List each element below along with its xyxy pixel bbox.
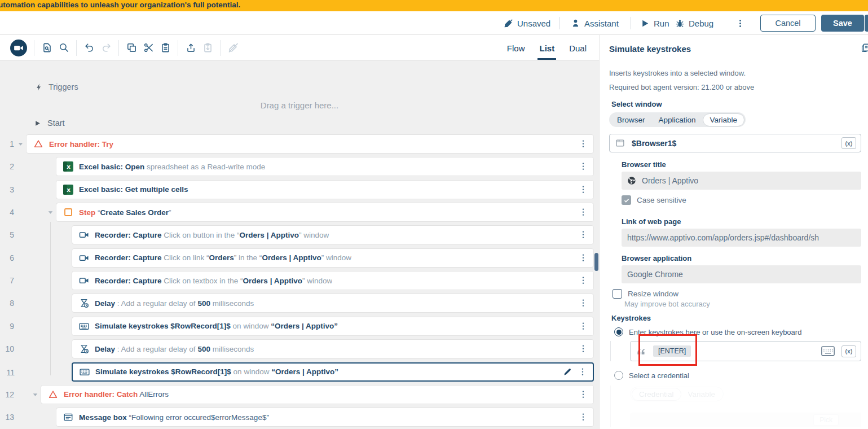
collapse-caret-icon[interactable] [47,209,54,216]
cancel-button[interactable]: Cancel [760,15,816,32]
step-row[interactable]: 2 x Excel basic: Open spreadsheet as a R… [56,157,594,176]
step-row[interactable]: 3 x Excel basic: Get multiple cells [56,180,594,199]
cut-button[interactable] [143,42,154,54]
step-text-segment: Simulate keystrokes [95,322,170,330]
recorder-icon [79,230,89,240]
save-dropdown-button[interactable]: ▾ [865,15,868,32]
excel-icon: x [63,185,73,195]
paste-button[interactable] [160,42,171,54]
step-row[interactable]: 10 Delay : Add a regular delay of 500 mi… [72,339,594,358]
step-text-segment: milliseconds [210,299,254,308]
svg-text:x: x [67,163,71,170]
collapse-caret-icon[interactable] [32,391,39,399]
tab-browser[interactable]: Browser [610,114,652,126]
row-menu-button[interactable] [579,185,588,195]
step-row[interactable]: 13 Message box “Following error occured$… [56,408,594,427]
onscreen-keyboard-icon[interactable] [821,346,835,356]
undo-button[interactable] [83,42,95,54]
copy-button[interactable] [126,42,137,54]
step-text-segment: Orders | Apptivo [243,277,302,285]
search-page-button[interactable] [41,42,52,54]
step-text-segment: Excel basic: Open [79,163,144,171]
window-variable-select[interactable]: $Browser1$ (x) [609,134,861,152]
svg-text:x: x [67,186,71,193]
case-sensitive-checkbox [622,195,631,205]
enter-key-token: [ENTER] [653,345,691,357]
step-text-segment: Excel basic: Get multiple cells [79,185,188,194]
window-icon [615,138,625,148]
triggers-header[interactable]: Triggers [35,82,78,91]
chrome-icon [627,176,636,185]
start-header[interactable]: Start [34,119,65,128]
window-variable-value: $Browser1$ [632,139,676,148]
toolbar-group [119,40,178,56]
step-row[interactable]: 1 Error handler: Try [26,134,594,154]
step-number: 10 [2,344,14,353]
copy-settings-icon[interactable] [861,43,868,53]
tab-dual[interactable]: Dual [569,35,587,61]
step-text-segment: Orders [209,253,234,262]
step-row[interactable]: 7 Recorder: Capture Click on textbox in … [72,271,594,290]
check-icon [623,197,630,204]
row-menu-button[interactable] [579,275,588,286]
edit-slash-button[interactable] [227,42,239,54]
keystrokes-option-label: Enter keystrokes here or use the on-scre… [629,328,801,336]
upload-button[interactable] [185,42,196,54]
tab-flow[interactable]: Flow [507,35,525,61]
credential-source-tabs: Credential Variable [630,387,724,401]
resize-window-checkbox[interactable] [613,289,622,299]
row-menu-button[interactable] [579,161,588,172]
row-menu-button[interactable] [579,230,588,240]
collapse-caret-icon[interactable] [17,141,24,148]
row-menu-button[interactable] [578,367,587,377]
step-text-segment: : Add a regular delay of [115,345,197,353]
list-scrollbar-thumb[interactable] [594,253,598,271]
play-icon [34,120,41,127]
step-text-segment: Step [79,208,98,217]
step-text-segment: Error handler: Try [49,140,113,148]
step-row[interactable]: 11 Simulate keystrokes $RowRecord[1]$ on… [72,362,594,382]
credential-radio[interactable] [614,371,623,380]
step-row[interactable]: 9 Simulate keystrokes $RowRecord[1]$ on … [72,317,594,336]
step-row[interactable]: 5 Recorder: Capture Click on button in t… [72,225,594,244]
row-menu-button[interactable] [579,207,588,217]
tab-application[interactable]: Application [652,114,703,126]
row-menu-button[interactable] [579,139,588,149]
toolbar-group [3,40,34,56]
run-button[interactable]: Run [640,11,669,35]
step-row[interactable]: 12 Error handler: Catch AllErrors [41,385,594,404]
keystrokes-option-row: Enter keystrokes here or use the on-scre… [614,327,861,336]
assistant-button[interactable]: Assistant [571,11,619,35]
zoom-button[interactable] [58,42,69,54]
step-row[interactable]: 8 Delay : Add a regular delay of 500 mil… [72,294,594,313]
row-menu-button[interactable] [579,389,588,400]
step-number: 3 [2,185,14,194]
more-options-button[interactable] [735,11,745,35]
step-text-segment: Click on textbox in the “ [162,277,243,285]
step-text-segment: “Orders | Apptivo” [271,367,338,376]
debug-button[interactable]: Debug [675,11,713,35]
step-row[interactable]: 6 Recorder: Capture Click on link “Order… [72,248,594,268]
tab-list[interactable]: List [539,35,554,61]
insert-variable-button[interactable]: (x) [841,137,856,149]
row-menu-button[interactable] [579,412,588,422]
step-row[interactable]: 4 Step “Create Sales Order” [56,203,594,222]
tab-variable[interactable]: Variable [703,113,745,126]
delay-icon [79,298,89,308]
save-button[interactable]: Save [821,15,864,32]
row-menu-button[interactable] [579,321,588,331]
keystrokes-radio[interactable] [614,327,623,336]
insert-variable-button[interactable]: (x) [841,345,856,357]
edit-step-button[interactable] [563,367,572,377]
browser-title-value: Orders | Apptivo [642,176,698,185]
redo-button[interactable] [100,42,112,54]
step-text-segment: Orders | Apptivo [262,253,321,262]
step-text-segment: : Add a regular delay of [115,299,197,308]
row-menu-button[interactable] [579,298,588,308]
record-button[interactable] [10,40,27,56]
row-menu-button[interactable] [579,344,588,354]
row-menu-button[interactable] [579,253,588,263]
action-description: Inserts keystrokes into a selected windo… [609,69,861,77]
paste-special-button[interactable] [202,42,213,54]
keystrokes-input[interactable]: [ENTER] (x) [630,341,861,361]
